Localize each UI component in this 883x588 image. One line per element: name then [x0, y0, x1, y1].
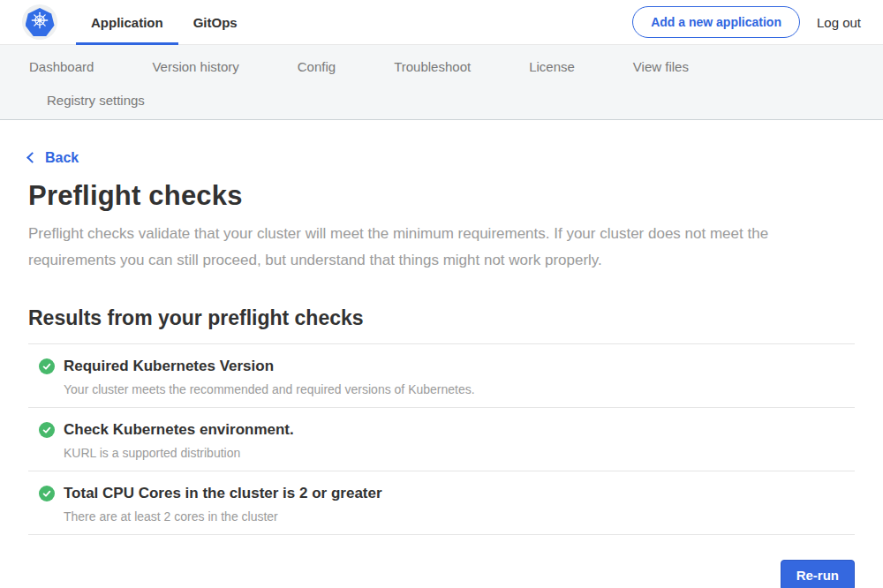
subnav-item-license[interactable]: License: [529, 56, 575, 79]
primary-tabs: Application GitOps: [76, 0, 253, 44]
tab-application-label: Application: [91, 15, 163, 30]
kubernetes-heptagon: [26, 8, 55, 36]
rerun-button[interactable]: Re-run: [781, 560, 855, 588]
check-pass-icon: [39, 486, 55, 501]
logout-link[interactable]: Log out: [817, 15, 861, 30]
check-header: Total CPU Cores in the cluster is 2 or g…: [39, 485, 855, 502]
preflight-content: Back Preflight checks Preflight checks v…: [0, 120, 883, 588]
check-pass-icon: [39, 358, 55, 374]
results-title: Results from your preflight checks: [28, 306, 855, 330]
chevron-left-icon: [26, 152, 38, 163]
check-description: KURL is a supported distribution: [64, 446, 855, 460]
tab-application[interactable]: Application: [76, 0, 178, 44]
check-title: Total CPU Cores in the cluster is 2 or g…: [64, 485, 382, 502]
check-header: Check Kubernetes environment.: [39, 421, 855, 439]
subnav-item-registry-settings[interactable]: Registry settings: [47, 89, 145, 112]
check-pass-icon: [39, 422, 55, 438]
subnav-item-config[interactable]: Config: [298, 56, 336, 79]
helm-wheel-icon: [30, 11, 49, 34]
page-title: Preflight checks: [28, 180, 855, 212]
subnav-item-troubleshoot[interactable]: Troubleshoot: [394, 56, 471, 79]
actions-bar: Re-run: [28, 560, 855, 588]
add-new-application-button[interactable]: Add a new application: [632, 6, 800, 38]
check-title: Check Kubernetes environment.: [64, 421, 294, 439]
kubernetes-logo: [22, 4, 57, 40]
subnav-item-view-files[interactable]: View files: [633, 56, 689, 79]
subnav-row-2: Registry settings: [0, 89, 883, 112]
check-header: Required Kubernetes Version: [39, 358, 855, 375]
back-link-label: Back: [45, 150, 79, 166]
app-subnav: Dashboard Version history Config Trouble…: [0, 45, 883, 120]
tab-gitops[interactable]: GitOps: [178, 0, 253, 44]
subnav-item-version-history[interactable]: Version history: [152, 56, 238, 79]
preflight-results-list: Required Kubernetes Version Your cluster…: [28, 343, 855, 535]
subnav-row-1: Dashboard Version history Config Trouble…: [0, 56, 883, 79]
top-navbar: Application GitOps Add a new application…: [0, 0, 883, 45]
back-link[interactable]: Back: [28, 150, 79, 166]
check-description: Your cluster meets the recommended and r…: [64, 382, 855, 396]
preflight-check-row: Total CPU Cores in the cluster is 2 or g…: [28, 471, 855, 534]
check-description: There are at least 2 cores in the cluste…: [64, 509, 855, 524]
tab-gitops-label: GitOps: [193, 15, 238, 30]
check-title: Required Kubernetes Version: [64, 358, 274, 375]
preflight-check-row: Check Kubernetes environment. KURL is a …: [28, 407, 855, 471]
subnav-item-dashboard[interactable]: Dashboard: [29, 56, 94, 79]
preflight-check-row: Required Kubernetes Version Your cluster…: [28, 343, 855, 407]
page-description: Preflight checks validate that your clus…: [28, 221, 845, 274]
